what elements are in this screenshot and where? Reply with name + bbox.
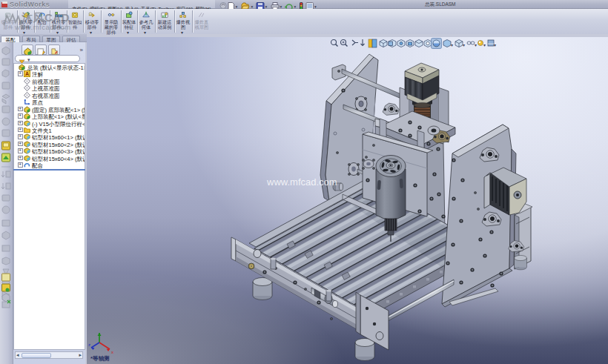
svg-text:z: z — [88, 343, 90, 347]
svg-text:x: x — [111, 350, 113, 354]
